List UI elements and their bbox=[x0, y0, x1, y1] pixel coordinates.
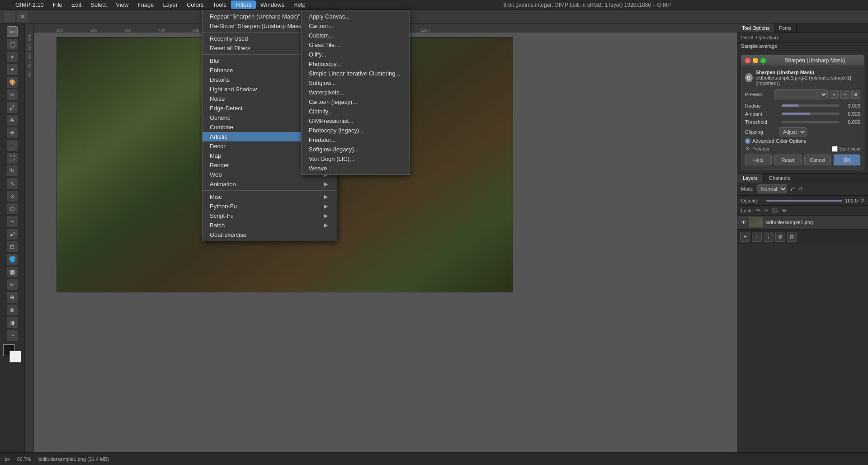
split-view-checkbox[interactable] bbox=[832, 146, 838, 152]
help-button[interactable]: Help bbox=[745, 155, 772, 165]
toolbar-icon-2[interactable]: ✕ bbox=[17, 11, 28, 22]
menu-item-tools[interactable]: Tools bbox=[208, 0, 231, 9]
ok-button[interactable]: OK bbox=[834, 155, 860, 165]
menu-item-help[interactable]: Help bbox=[289, 0, 310, 9]
menu-gimpressionist[interactable]: GIMPressionist... bbox=[302, 116, 409, 126]
menu-cubism[interactable]: Cubism... bbox=[302, 31, 409, 40]
lock-alpha-icon[interactable]: ⬛ bbox=[772, 207, 778, 213]
menu-predator[interactable]: Predator... bbox=[302, 135, 409, 145]
background-color[interactable] bbox=[9, 351, 21, 362]
menu-item-colors[interactable]: Colors bbox=[182, 0, 208, 9]
delete-layer-button[interactable]: 🗑 bbox=[787, 232, 797, 242]
menu-photocopy[interactable]: Photocopy... bbox=[302, 59, 409, 69]
toolbar-icon-1[interactable]: ⬛ bbox=[5, 11, 15, 22]
menu-item-layer[interactable]: Layer bbox=[158, 0, 182, 9]
new-layer-button[interactable]: + bbox=[740, 232, 750, 242]
menu-item-filters[interactable]: Filters bbox=[231, 0, 256, 9]
menu-waterpixels[interactable]: Waterpixels... bbox=[302, 88, 409, 97]
presets-dropdown[interactable] bbox=[774, 89, 828, 99]
tool-color-select[interactable]: 🎨 bbox=[7, 77, 18, 88]
menu-item-edit[interactable]: Edit bbox=[67, 0, 86, 9]
tab-channels[interactable]: Channels bbox=[764, 174, 796, 183]
tool-free-select[interactable]: ⌖ bbox=[7, 52, 18, 62]
lock-pixels-icon[interactable]: ✏ bbox=[756, 207, 760, 213]
menu-van-gogh[interactable]: Van Gogh (LIC)... bbox=[302, 154, 409, 164]
mode-select[interactable]: Normal bbox=[757, 184, 787, 193]
tool-bucket[interactable]: 🪣 bbox=[7, 254, 18, 265]
tool-crop[interactable]: ⛶ bbox=[7, 153, 18, 164]
menu-misc[interactable]: Misc▶ bbox=[203, 192, 337, 202]
menu-glass-tile[interactable]: Glass Tile... bbox=[302, 40, 409, 50]
tool-pencil[interactable]: ✏ bbox=[7, 279, 18, 290]
lower-layer-button[interactable]: ↓ bbox=[764, 232, 774, 242]
radius-slider[interactable] bbox=[782, 104, 840, 107]
tool-move[interactable]: ✛ bbox=[7, 127, 18, 138]
tool-rect-select[interactable]: ▭ bbox=[7, 26, 18, 37]
tool-dodge[interactable]: ◑ bbox=[7, 317, 18, 328]
menu-item-windows[interactable]: Windows bbox=[256, 0, 289, 9]
window-maximize-button[interactable] bbox=[760, 58, 766, 63]
menu-photocopy-legacy[interactable]: Photocopy (legacy)... bbox=[302, 126, 409, 135]
tool-paint[interactable]: 🖌 bbox=[7, 229, 18, 240]
preview-close-icon[interactable]: ✕ bbox=[745, 146, 750, 152]
preset-add-button[interactable]: + bbox=[830, 90, 839, 99]
tool-scissors[interactable]: ✂ bbox=[7, 89, 18, 100]
menu-cartoon[interactable]: Cartoon... bbox=[302, 21, 409, 31]
tool-clone[interactable]: ⊕ bbox=[7, 292, 18, 303]
amount-row: Amount 0.500 bbox=[745, 111, 860, 117]
threshold-slider[interactable] bbox=[782, 121, 840, 123]
preset-menu-button[interactable]: ≡ bbox=[851, 90, 860, 99]
mode-reset[interactable]: ↺ bbox=[798, 186, 802, 192]
menu-softglow[interactable]: Softglow... bbox=[302, 78, 409, 88]
tool-smudge[interactable]: ~ bbox=[7, 330, 18, 341]
tab-tool-options[interactable]: Tool Options bbox=[737, 23, 774, 33]
tool-shear[interactable]: ⧖ bbox=[7, 191, 18, 202]
menu-batch[interactable]: Batch▶ bbox=[203, 221, 337, 230]
reset-button[interactable]: Reset bbox=[774, 155, 801, 165]
menu-softglow-legacy[interactable]: Softglow (legacy)... bbox=[302, 145, 409, 154]
lock-position-icon[interactable]: ✛ bbox=[764, 207, 768, 213]
tool-align[interactable]: ⬛ bbox=[7, 140, 18, 151]
window-close-button[interactable] bbox=[745, 58, 750, 63]
menu-weave[interactable]: Weave... bbox=[302, 164, 409, 173]
layer-visibility-icon[interactable]: 👁 bbox=[741, 219, 746, 225]
tool-text[interactable]: A bbox=[7, 115, 18, 126]
menu-script-fu[interactable]: Script-Fu▶ bbox=[203, 211, 337, 221]
menu-python-fu[interactable]: Python-Fu▶ bbox=[203, 202, 337, 211]
menu-slic[interactable]: Simple Linear Iterative Clustering... bbox=[302, 69, 409, 78]
menu-cartoon-legacy[interactable]: Cartoon (legacy)... bbox=[302, 97, 409, 107]
mode-arrows[interactable]: ⇄ bbox=[791, 186, 795, 192]
window-minimize-button[interactable] bbox=[753, 58, 758, 63]
lock-visibility-icon[interactable]: 👁 bbox=[782, 208, 787, 213]
opacity-slider[interactable] bbox=[766, 200, 842, 202]
tab-fonts[interactable]: Fonts bbox=[774, 23, 797, 33]
menu-animation[interactable]: Animation▶ bbox=[203, 179, 337, 189]
amount-slider[interactable] bbox=[782, 113, 840, 115]
menu-apply-canvas[interactable]: Apply Canvas... bbox=[302, 12, 409, 21]
menu-item-view[interactable]: View bbox=[111, 0, 133, 9]
tool-erase[interactable]: ◻ bbox=[7, 241, 18, 252]
opacity-reset[interactable]: ↺ bbox=[860, 197, 864, 203]
tab-layers[interactable]: Layers bbox=[737, 174, 764, 183]
tool-heal[interactable]: ⊗ bbox=[7, 305, 18, 315]
menu-oilify[interactable]: Oilify... bbox=[302, 50, 409, 59]
tool-flip[interactable]: ↔ bbox=[7, 216, 18, 227]
tool-rotate[interactable]: ↻ bbox=[7, 165, 18, 176]
preset-remove-button[interactable]: − bbox=[840, 90, 849, 99]
duplicate-layer-button[interactable]: ⊕ bbox=[775, 232, 785, 242]
menu-item-select[interactable]: Select bbox=[86, 0, 111, 9]
clipping-select[interactable]: Adjust Clip bbox=[779, 127, 807, 136]
tool-gradient[interactable]: ▦ bbox=[7, 267, 18, 277]
menu-item-gimp[interactable]: GIMP-2.10 bbox=[11, 0, 48, 9]
menu-item-image[interactable]: Image bbox=[133, 0, 158, 9]
tool-perspective[interactable]: ⬡ bbox=[7, 203, 18, 214]
menu-goat-exercise[interactable]: Goat-exercise bbox=[203, 230, 337, 240]
menu-clothify[interactable]: Clothify... bbox=[302, 107, 409, 116]
tool-scale[interactable]: ⤡ bbox=[7, 178, 18, 189]
menu-item-file[interactable]: File bbox=[48, 0, 67, 9]
cancel-button[interactable]: Cancel bbox=[804, 155, 831, 165]
tool-ellipse-select[interactable]: ◯ bbox=[7, 39, 18, 50]
tool-paths[interactable]: 🖊 bbox=[7, 102, 18, 113]
tool-fuzzy-select[interactable]: ✦ bbox=[7, 64, 18, 75]
raise-layer-button[interactable]: ↑ bbox=[752, 232, 762, 242]
